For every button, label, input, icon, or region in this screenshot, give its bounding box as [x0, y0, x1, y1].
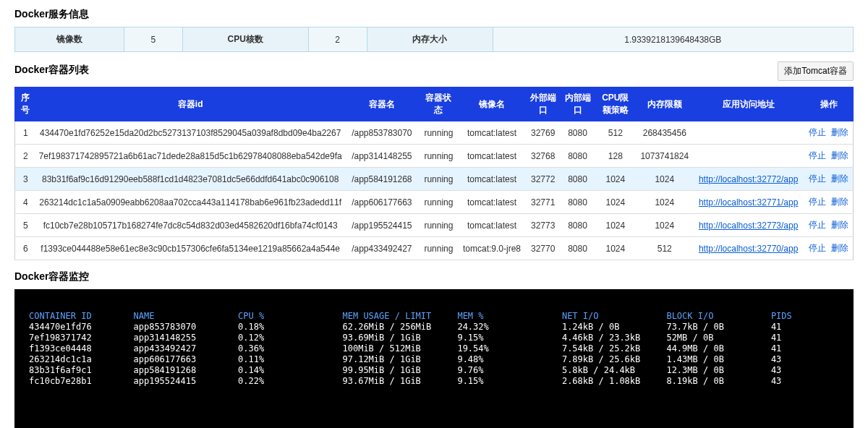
cell-mem: 1024 — [637, 191, 693, 214]
delete-link[interactable]: 删除 — [831, 174, 848, 184]
cell-op: 停止 删除 — [804, 168, 854, 191]
table-row: 383b31f6af9c16d91290eeb588f1cd1d4823e708… — [15, 168, 854, 191]
table-header-row: 序号 容器id 容器名 容器状态 镜像名 外部端口 内部端口 CPU限额策略 内… — [15, 87, 854, 121]
table-row: 5fc10cb7e28b105717b168274fe7dc8c54d832d0… — [15, 214, 854, 237]
app-url-link[interactable]: http://localhost:32772/app — [699, 174, 798, 184]
col-ext-port: 外部端口 — [525, 87, 561, 121]
cell-int-port: 8080 — [561, 191, 594, 214]
cpu-label: CPU核数 — [182, 27, 308, 52]
cell-url: http://localhost:32771/app — [693, 191, 804, 214]
cell-cpu: 1024 — [595, 237, 637, 260]
cell-image: tomcat:latest — [459, 191, 525, 214]
service-info-title: Docker服务信息 — [14, 8, 854, 21]
cell-status: running — [419, 121, 459, 145]
cell-status: running — [419, 145, 459, 168]
cell-url: http://localhost:32770/app — [693, 237, 804, 260]
col-container-name: 容器名 — [345, 87, 419, 121]
cell-int-port: 8080 — [561, 145, 594, 168]
col-status: 容器状态 — [419, 87, 459, 121]
delete-link[interactable]: 删除 — [831, 150, 848, 160]
cell-ext-port: 32771 — [525, 191, 561, 214]
cell-url — [693, 145, 804, 168]
col-op: 操作 — [804, 87, 854, 121]
stop-link[interactable]: 停止 — [809, 174, 826, 184]
cell-seq: 1 — [15, 121, 36, 145]
cell-container-id: 83b31f6af9c16d91290eeb588f1cd1d4823e7081… — [36, 168, 345, 191]
cell-status: running — [419, 168, 459, 191]
cell-url — [693, 121, 804, 145]
delete-link[interactable]: 删除 — [831, 197, 848, 207]
cell-status: running — [419, 214, 459, 237]
stop-link[interactable]: 停止 — [809, 220, 826, 230]
cell-cpu: 128 — [595, 145, 637, 168]
cell-container-id: fc10cb7e28b105717b168274fe7dc8c54d832d03… — [36, 214, 345, 237]
cell-ext-port: 32769 — [525, 121, 561, 145]
cell-container-name: /app195524415 — [345, 214, 419, 237]
service-info-row: 镜像数 5 CPU核数 2 内存大小 1.9339218139648438GB — [15, 27, 854, 52]
cell-url: http://localhost:32773/app — [693, 214, 804, 237]
cell-ext-port: 32768 — [525, 145, 561, 168]
cell-seq: 4 — [15, 191, 36, 214]
delete-link[interactable]: 删除 — [831, 220, 848, 230]
app-url-link[interactable]: http://localhost:32771/app — [699, 197, 798, 207]
add-tomcat-button[interactable]: 添加Tomcat容器 — [778, 61, 854, 81]
cell-op: 停止 删除 — [804, 191, 854, 214]
col-mem-limit: 内存限额 — [637, 87, 693, 121]
cell-container-name: /app584191268 — [345, 168, 419, 191]
cell-image: tomcat:9.0-jre8 — [459, 237, 525, 260]
cpu-value: 2 — [308, 27, 367, 52]
cell-image: tomcat:latest — [459, 121, 525, 145]
cell-int-port: 8080 — [561, 214, 594, 237]
cell-image: tomcat:latest — [459, 145, 525, 168]
cell-container-id: f1393ce044488e58e61ec8e3c90cb157306cfe6f… — [36, 237, 345, 260]
cell-image: tomcat:latest — [459, 168, 525, 191]
cell-cpu: 1024 — [595, 191, 637, 214]
cell-seq: 3 — [15, 168, 36, 191]
cell-cpu: 1024 — [595, 168, 637, 191]
col-container-id: 容器id — [36, 87, 345, 121]
docker-stats-terminal: CONTAINER ID NAME CPU % MEM USAGE / LIMI… — [14, 289, 854, 428]
cell-status: running — [419, 237, 459, 260]
cell-op: 停止 删除 — [804, 145, 854, 168]
cell-op: 停止 删除 — [804, 121, 854, 145]
delete-link[interactable]: 删除 — [831, 127, 848, 137]
cell-url: http://localhost:32772/app — [693, 168, 804, 191]
col-seq: 序号 — [15, 87, 36, 121]
cell-container-id: 434470e1fd76252e15da20d2bc5273137103f852… — [36, 121, 345, 145]
cell-image: tomcat:latest — [459, 214, 525, 237]
cell-cpu: 1024 — [595, 214, 637, 237]
col-image: 镜像名 — [459, 87, 525, 121]
cell-ext-port: 32773 — [525, 214, 561, 237]
images-value: 5 — [124, 27, 182, 52]
stop-link[interactable]: 停止 — [809, 197, 826, 207]
cell-mem: 512 — [637, 237, 693, 260]
cell-mem: 268435456 — [637, 121, 693, 145]
cell-int-port: 8080 — [561, 168, 594, 191]
stop-link[interactable]: 停止 — [809, 127, 826, 137]
table-row: 1434470e1fd76252e15da20d2bc5273137103f85… — [15, 121, 854, 145]
app-url-link[interactable]: http://localhost:32770/app — [699, 244, 798, 254]
cell-seq: 2 — [15, 145, 36, 168]
cell-container-name: /app433492427 — [345, 237, 419, 260]
cell-cpu: 512 — [595, 121, 637, 145]
cell-op: 停止 删除 — [804, 214, 854, 237]
delete-link[interactable]: 删除 — [831, 243, 848, 253]
cell-container-id: 7ef198371742895721a6b61ac71dede28a815d5c… — [36, 145, 345, 168]
cell-mem: 1024 — [637, 168, 693, 191]
images-label: 镜像数 — [15, 27, 124, 52]
cell-seq: 6 — [15, 237, 36, 260]
cell-container-name: /app853783070 — [345, 121, 419, 145]
terminal-header: CONTAINER ID NAME CPU % MEM USAGE / LIMI… — [29, 311, 792, 321]
cell-ext-port: 32772 — [525, 168, 561, 191]
stop-link[interactable]: 停止 — [809, 150, 826, 160]
cell-seq: 5 — [15, 214, 36, 237]
table-row: 4263214dc1c1a5a0909eabb6208aa702cca443a1… — [15, 191, 854, 214]
cell-mem: 1024 — [637, 214, 693, 237]
service-info-table: 镜像数 5 CPU核数 2 内存大小 1.9339218139648438GB — [14, 27, 854, 52]
col-url: 应用访问地址 — [693, 87, 804, 121]
cell-int-port: 8080 — [561, 121, 594, 145]
monitor-title: Docker容器监控 — [14, 270, 854, 283]
col-cpu-limit: CPU限额策略 — [595, 87, 637, 121]
app-url-link[interactable]: http://localhost:32773/app — [699, 221, 798, 231]
stop-link[interactable]: 停止 — [809, 243, 826, 253]
